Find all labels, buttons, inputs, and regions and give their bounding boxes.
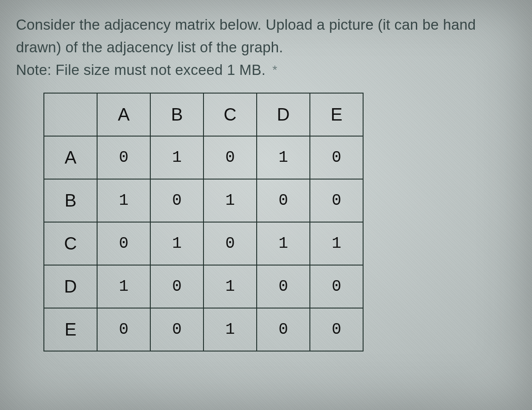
cell-A-D: 1 xyxy=(257,136,310,179)
col-header-D: D xyxy=(257,93,310,136)
corner-cell xyxy=(44,93,97,136)
cell-E-C: 1 xyxy=(203,308,257,351)
row-header-B: B xyxy=(44,179,97,222)
col-header-E: E xyxy=(310,93,363,136)
cell-A-E: 0 xyxy=(310,136,363,179)
cell-A-A: 0 xyxy=(97,136,150,179)
cell-E-E: 0 xyxy=(310,308,363,351)
cell-C-B: 1 xyxy=(150,222,203,265)
cell-B-C: 1 xyxy=(203,179,257,222)
cell-D-B: 0 xyxy=(150,265,203,308)
cell-D-E: 0 xyxy=(310,265,363,308)
row-header-E: E xyxy=(44,308,97,351)
prompt-line-2: drawn) of the adjacency list of the grap… xyxy=(16,39,283,55)
col-header-B: B xyxy=(150,93,203,136)
cell-D-A: 1 xyxy=(97,265,150,308)
prompt-line-1: Consider the adjacency matrix below. Upl… xyxy=(16,16,476,33)
cell-A-C: 0 xyxy=(203,136,257,179)
header-row: A B C D E xyxy=(44,93,363,136)
cell-C-D: 1 xyxy=(257,222,310,265)
table-row: C 0 1 0 1 1 xyxy=(44,222,363,265)
adjacency-matrix-container: A B C D E A 0 1 0 1 0 B 1 0 1 0 0 C 0 1 … xyxy=(16,93,516,351)
table-row: A 0 1 0 1 0 xyxy=(44,136,363,179)
table-row: B 1 0 1 0 0 xyxy=(44,179,363,222)
prompt-line-3: Note: File size must not exceed 1 MB. xyxy=(16,62,266,78)
cell-B-E: 0 xyxy=(310,179,363,222)
table-row: D 1 0 1 0 0 xyxy=(44,265,363,308)
cell-B-B: 0 xyxy=(150,179,203,222)
question-prompt: Consider the adjacency matrix below. Upl… xyxy=(16,13,516,81)
required-asterisk: * xyxy=(270,63,278,77)
cell-D-C: 1 xyxy=(203,265,257,308)
cell-A-B: 1 xyxy=(150,136,203,179)
row-header-D: D xyxy=(44,265,97,308)
col-header-C: C xyxy=(203,93,257,136)
row-header-C: C xyxy=(44,222,97,265)
col-header-A: A xyxy=(97,93,150,136)
cell-B-D: 0 xyxy=(257,179,310,222)
cell-C-A: 0 xyxy=(97,222,150,265)
adjacency-matrix-table: A B C D E A 0 1 0 1 0 B 1 0 1 0 0 C 0 1 … xyxy=(43,93,364,351)
cell-E-A: 0 xyxy=(97,308,150,351)
cell-D-D: 0 xyxy=(257,265,310,308)
cell-E-B: 0 xyxy=(150,308,203,351)
cell-B-A: 1 xyxy=(97,179,150,222)
cell-C-C: 0 xyxy=(203,222,257,265)
table-row: E 0 0 1 0 0 xyxy=(44,308,363,351)
cell-E-D: 0 xyxy=(257,308,310,351)
row-header-A: A xyxy=(44,136,97,179)
cell-C-E: 1 xyxy=(310,222,363,265)
